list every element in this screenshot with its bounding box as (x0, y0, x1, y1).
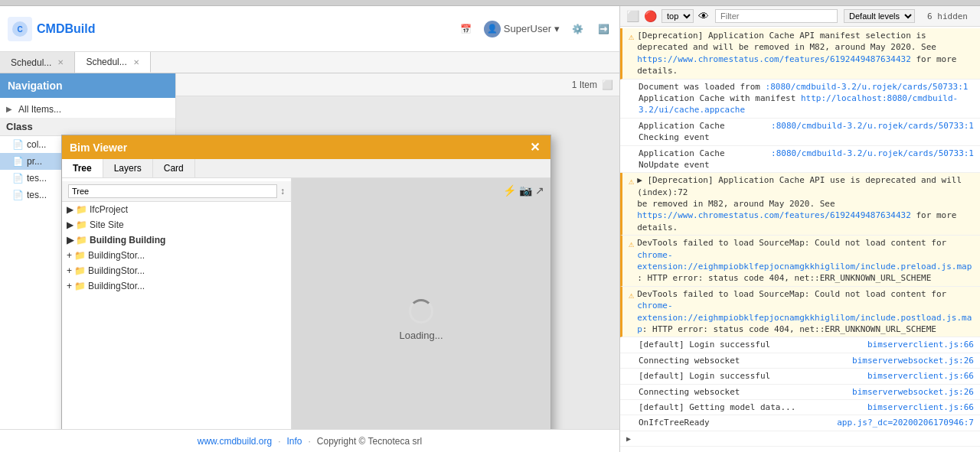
log-text-5: DevTools failed to load SourceMap: Could… (637, 237, 974, 285)
modal-tabs: Tree Layers Card (62, 159, 550, 178)
tree-item-storey3[interactable]: + 📁 BuildingStor... (62, 278, 291, 294)
log-link-0[interactable]: https://www.chromestatus.com/features/61… (637, 54, 911, 64)
footer-website[interactable]: www.cmdbuild.org (198, 436, 272, 447)
tab-0[interactable]: Schedul... ✕ (0, 52, 75, 73)
footer-info[interactable]: Info (287, 436, 302, 447)
footer-dot-1: · (278, 436, 280, 447)
log-link-1a[interactable]: :8080/cmdbuild-3.2/u.rojek/cards/50733:1 (766, 82, 969, 92)
app-footer: www.cmdbuild.org · Info · Copyright © Te… (0, 429, 619, 452)
expand-viewer-icon[interactable]: ↗ (535, 184, 544, 197)
warn-icon-4: ⚠ (629, 175, 634, 188)
tab-bar: Schedul... ✕ Schedul... ✕ (0, 52, 619, 73)
storey2-label: BuildingStor... (88, 265, 145, 276)
tree-item-storey2[interactable]: + 📁 BuildingStor... (62, 263, 291, 278)
modal-tab-layers[interactable]: Layers (103, 159, 153, 177)
log-link-1b[interactable]: http://localhost:8080/cmdbuild-3.2/ui/ca… (639, 93, 958, 115)
tab-1-close[interactable]: ✕ (133, 58, 139, 67)
devtools-icon-2[interactable]: 🔴 (644, 10, 657, 22)
log-source-7[interactable]: bimserverclient.js:66 (861, 339, 974, 350)
viewer-top-controls: ⚡ 📷 ↗ (503, 184, 544, 197)
username-label: SuperUser (504, 23, 551, 34)
tab-1-label: Schedul... (86, 57, 126, 67)
log-text-0: [Deprecation] Application Cache API mani… (637, 30, 974, 77)
link-icon[interactable]: ⚡ (503, 184, 516, 197)
modal-header: Bim Viewer ✕ (62, 135, 550, 159)
modal-tab-layers-label: Layers (114, 163, 142, 174)
tree-item-ifcproject[interactable]: ▶ 📁 IfcProject (62, 202, 291, 217)
devtools-eye-icon[interactable]: 👁 (698, 10, 709, 22)
app-logo: C CMDBuild (8, 17, 95, 41)
log-entry-8: Connecting websocket bimserverwebsocket.… (620, 353, 980, 369)
folder-site: 📁 (76, 219, 87, 230)
modal-tab-tree-label: Tree (73, 163, 92, 174)
tab-1[interactable]: Schedul... ✕ (75, 52, 150, 73)
tree-item-building[interactable]: ▶ 📁 Building Building (62, 233, 291, 248)
header-right: 📅 👤 SuperUser ▾ ⚙️ ➡️ (458, 21, 612, 37)
ifc-label: IfcProject (90, 204, 128, 215)
log-text-2: Application Cache Checking event (639, 120, 762, 144)
loading-text: Loading... (399, 330, 443, 341)
user-menu[interactable]: 👤 SuperUser ▾ (484, 21, 560, 37)
expand-ifc: ▶ (67, 204, 74, 215)
modal-tree-panel: ↕ ▶ 📁 IfcProject ▶ 📁 Site S (62, 178, 292, 429)
log-text-12: OnIfcTreeReady (639, 417, 828, 428)
log-source-10[interactable]: bimserverwebsocket.js:26 (846, 386, 974, 398)
modal-tab-tree[interactable]: Tree (62, 159, 103, 177)
log-text-6: DevTools failed to load SourceMap: Could… (637, 288, 974, 336)
devtools-icons: ⬜ 🔴 top 👁 (626, 9, 709, 23)
storey1-label: BuildingStor... (88, 250, 145, 261)
warn-icon-5: ⚠ (629, 238, 634, 251)
tree-item-site[interactable]: ▶ 📁 Site Site (62, 217, 291, 233)
logout-icon[interactable]: ➡️ (595, 21, 612, 37)
log-text-9: [default] Login successful (639, 370, 858, 382)
expand-storey1: + (67, 250, 72, 261)
content-area: Navigation ▶ All Items... Class 📄 col... (0, 73, 619, 429)
log-link-6[interactable]: chrome-extension://eighmpiobklfepjocnamg… (637, 301, 972, 334)
warn-icon-0: ⚠ (629, 31, 634, 44)
log-source-9[interactable]: bimserverclient.js:66 (861, 370, 974, 382)
folder-ifc: 📁 (76, 204, 87, 215)
app-panel: C CMDBuild 📅 👤 SuperUser ▾ ⚙️ ➡️ Schedul… (0, 6, 620, 452)
devtools-icon-1[interactable]: ⬜ (626, 10, 639, 22)
log-source-2[interactable]: :8080/cmdbuild-3.2/u.rojek/cards/50733:1 (765, 120, 974, 132)
log-source-3[interactable]: :8080/cmdbuild-3.2/u.rojek/cards/50733:1 (765, 148, 974, 159)
log-entry-6: ⚠ DevTools failed to load SourceMap: Cou… (620, 287, 980, 338)
log-link-5[interactable]: chrome-extension://eighmpiobklfepjocnamg… (637, 250, 972, 272)
expand-storey2: + (67, 265, 72, 276)
calendar-icon[interactable]: 📅 (458, 21, 475, 37)
folder-storey2: 📁 (74, 265, 86, 276)
log-text-8: Connecting websocket (639, 355, 843, 366)
devtools-filter-input[interactable] (715, 9, 838, 23)
camera-icon[interactable]: 📷 (519, 184, 532, 197)
log-entry-10: Connecting websocket bimserverwebsocket.… (620, 385, 980, 400)
devtools-content: ⚠ [Deprecation] Application Cache API ma… (620, 27, 980, 452)
modal-title: Bim Viewer (70, 141, 127, 154)
modal-close-button[interactable]: ✕ (527, 140, 543, 154)
modal-tab-card[interactable]: Card (153, 159, 195, 177)
building-label: Building Building (90, 235, 165, 246)
devtools-hidden-count: 6 hidden (921, 11, 974, 21)
tab-0-close[interactable]: ✕ (57, 58, 64, 67)
browser-chrome-bar (0, 0, 980, 6)
log-text-11: [default] Getting model data... (639, 402, 858, 413)
devtools-top-select[interactable]: top (662, 9, 694, 23)
log-entry-1: Document was loaded from :8080/cmdbuild-… (620, 80, 980, 119)
log-source-11[interactable]: bimserverclient.js:66 (861, 402, 974, 413)
tree-sort-input[interactable] (68, 184, 277, 198)
log-entry-12: OnIfcTreeReady app.js?_dc=20200206170946… (620, 415, 980, 431)
tree-item-storey1[interactable]: + 📁 BuildingStor... (62, 248, 291, 263)
log-source-8[interactable]: bimserverwebsocket.js:26 (846, 355, 974, 366)
loading-indicator: Loading... (399, 299, 443, 341)
log-entry-9: [default] Login successful bimserverclie… (620, 369, 980, 384)
log-link-4[interactable]: https://www.chromestatus.com/features/61… (637, 210, 911, 220)
site-label: Site Site (90, 219, 124, 230)
expand-arrow-icon[interactable]: ▶ (626, 434, 631, 444)
settings-icon[interactable]: ⚙️ (569, 21, 586, 37)
logo-text: CMDBuild (37, 22, 95, 36)
footer-copyright: Copyright © Tecnoteca srl (317, 436, 422, 447)
user-dropdown-icon: ▾ (554, 23, 560, 34)
devtools-header: ⬜ 🔴 top 👁 Default levels 6 hidden (620, 6, 980, 27)
log-text-1: Document was loaded from :8080/cmdbuild-… (639, 81, 974, 116)
devtools-levels-select[interactable]: Default levels (844, 9, 915, 23)
log-source-12[interactable]: app.js?_dc=20200206170946:7 (831, 417, 974, 428)
